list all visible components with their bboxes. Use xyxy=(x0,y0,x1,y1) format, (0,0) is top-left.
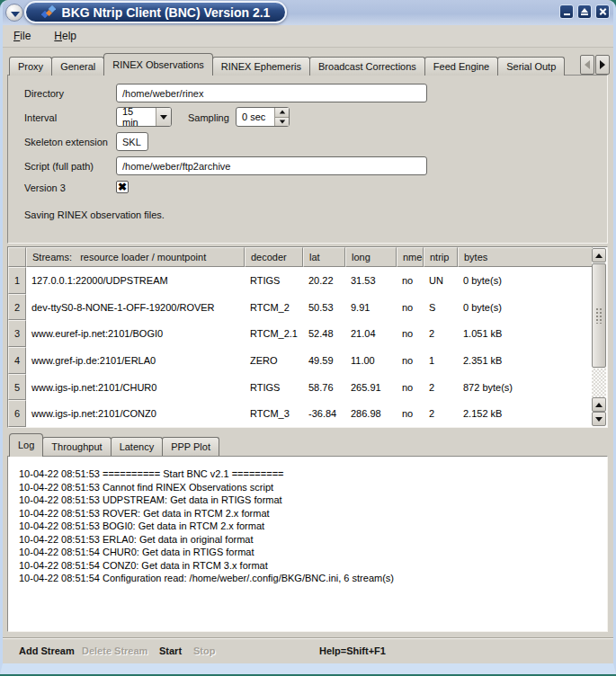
maximize-button[interactable] xyxy=(577,4,592,19)
minimize-button[interactable] xyxy=(559,4,574,19)
cell-decoder: RTIGS xyxy=(245,275,303,286)
table-row[interactable]: 6 www.igs-ip.net:2101/CONZ0 RTCM_3 -36.8… xyxy=(8,400,593,427)
log-line: 10-04-22 08:51:54 CHUR0: Get data in RTI… xyxy=(19,546,607,559)
version3-checkbox[interactable]: ✖ xyxy=(116,181,129,193)
log-line: 10-04-22 08:51:53 Cannot find RINEX Obse… xyxy=(19,481,607,494)
scroll-down-button[interactable] xyxy=(592,412,606,426)
cell-long: 9.91 xyxy=(345,302,397,313)
cell-ntrip: 2 xyxy=(424,382,458,393)
cell-nmea: no xyxy=(397,328,424,339)
titlebar[interactable]: BKG Ntrip Client (BNC) Version 2.1 xyxy=(3,0,613,25)
scrollbar-track[interactable] xyxy=(592,369,606,397)
tab-feed-engine[interactable]: Feed Engine xyxy=(424,57,498,76)
tab-scroll-right-button[interactable] xyxy=(595,55,610,75)
header-long[interactable]: long xyxy=(345,247,397,267)
chevron-down-icon xyxy=(11,12,20,17)
scroll-up-button-bottom[interactable] xyxy=(592,397,606,412)
cell-ntrip: 1 xyxy=(424,355,458,366)
log-line: 10-04-22 08:51:54 CONZ0: Get data in RTC… xyxy=(19,559,607,573)
rinex-observations-panel: Directory Interval 15 min Sampling 0 sec… xyxy=(7,75,608,244)
cell-ntrip: UN xyxy=(424,275,458,286)
toolbar-separator xyxy=(3,637,613,639)
tab-general[interactable]: General xyxy=(51,57,104,76)
skeleton-extension-input[interactable] xyxy=(116,132,148,151)
row-number[interactable]: 6 xyxy=(8,400,26,427)
cell-decoder: ZERO xyxy=(245,355,303,366)
bnc-satellite-icon xyxy=(41,5,56,20)
grip-dots-icon xyxy=(595,307,603,324)
cell-bytes: 2.152 kB xyxy=(458,408,593,419)
tab-log[interactable]: Log xyxy=(9,433,43,457)
tab-broadcast-corrections[interactable]: Broadcast Corrections xyxy=(309,57,425,76)
delete-stream-button[interactable]: Delete Stream xyxy=(82,641,147,661)
cell-mountpoint: www.euref-ip.net:2101/BOGI0 xyxy=(26,328,245,339)
script-path-input[interactable] xyxy=(116,156,427,175)
row-number[interactable]: 1 xyxy=(8,267,26,294)
start-button[interactable]: Start xyxy=(159,641,182,661)
tab-latency[interactable]: Latency xyxy=(111,437,164,456)
tab-proxy[interactable]: Proxy xyxy=(9,57,52,76)
cell-ntrip: 2 xyxy=(424,408,458,419)
tab-serial-output[interactable]: Serial Outp xyxy=(497,57,565,76)
row-number[interactable]: 5 xyxy=(8,374,26,401)
table-scrollbar[interactable] xyxy=(592,248,606,426)
scrollbar-thumb[interactable] xyxy=(592,263,606,368)
log-panel[interactable]: 10-04-22 08:51:53 ========== Start BNC v… xyxy=(7,456,608,632)
directory-input[interactable] xyxy=(116,84,427,102)
cell-long: 286.98 xyxy=(345,408,397,419)
cell-bytes: 872 byte(s) xyxy=(458,382,593,393)
menu-file[interactable]: File xyxy=(13,30,31,42)
row-number[interactable]: 3 xyxy=(8,320,26,347)
table-row[interactable]: 4 www.gref-ip.de:2101/ERLA0 ZERO 49.59 1… xyxy=(8,347,593,374)
tab-scroll-left-button[interactable] xyxy=(580,55,594,75)
cell-ntrip: S xyxy=(424,302,458,313)
header-mountpoint[interactable]: Streams: resource loader / mountpoint xyxy=(26,247,245,267)
table-row[interactable]: 1 127.0.0.1:22000/UDPSTREAM RTIGS 20.22 … xyxy=(8,267,593,294)
tab-throughput[interactable]: Throughput xyxy=(42,437,111,456)
tab-ppp-plot[interactable]: PPP Plot xyxy=(162,437,219,456)
menu-help[interactable]: Help xyxy=(54,30,76,42)
combo-dropdown-button[interactable] xyxy=(156,108,171,126)
tab-rinex-observations[interactable]: RINEX Observations xyxy=(103,53,212,76)
streams-table-header: Streams: resource loader / mountpoint de… xyxy=(8,247,607,267)
scroll-up-button[interactable] xyxy=(592,248,606,262)
arrow-down-icon xyxy=(595,417,603,422)
cell-lat: 20.22 xyxy=(303,275,345,286)
minimize-icon xyxy=(564,13,570,15)
log-line: 10-04-22 08:51:53 ERLA0: Get data in ori… xyxy=(19,533,607,547)
header-nmea[interactable]: nmea xyxy=(397,247,424,267)
header-ntrip[interactable]: ntrip xyxy=(424,247,458,267)
menubar: File Help xyxy=(3,25,613,48)
header-bytes[interactable]: bytes xyxy=(458,247,593,267)
directory-label: Directory xyxy=(24,88,64,99)
cell-long: 265.91 xyxy=(345,382,397,393)
bottom-toolbar: Add Stream Delete Stream Start Stop Help… xyxy=(3,641,613,661)
table-row[interactable]: 3 www.euref-ip.net:2101/BOGI0 RTCM_2.1 5… xyxy=(8,320,593,347)
table-row[interactable]: 2 dev-ttyS0-8-NONE-1-OFF-19200/ROVER RTC… xyxy=(8,294,593,321)
add-stream-button[interactable]: Add Stream xyxy=(19,641,75,661)
row-number[interactable]: 2 xyxy=(8,294,26,321)
tab-rinex-ephemeris[interactable]: RINEX Ephemeris xyxy=(212,57,310,76)
arrow-up-icon xyxy=(279,111,284,114)
row-number[interactable]: 4 xyxy=(8,347,26,374)
cell-long: 21.04 xyxy=(345,328,397,339)
cell-decoder: RTCM_3 xyxy=(245,408,303,419)
sampling-spinbox[interactable]: 0 sec xyxy=(236,107,290,127)
interval-combobox[interactable]: 15 min xyxy=(116,107,172,127)
close-button[interactable] xyxy=(595,4,610,19)
window-menu-button[interactable] xyxy=(5,4,23,22)
window-title: BKG Ntrip Client (BNC) Version 2.1 xyxy=(62,5,271,20)
arrow-right-icon xyxy=(600,60,605,69)
log-tabbar: Log Throughput Latency PPP Plot xyxy=(9,434,219,456)
header-decoder[interactable]: decoder xyxy=(245,247,303,267)
spin-down-button[interactable] xyxy=(275,118,289,127)
interval-value: 15 min xyxy=(117,106,156,128)
interval-label: Interval xyxy=(24,112,57,123)
cell-mountpoint: www.gref-ip.de:2101/ERLA0 xyxy=(26,355,245,366)
table-row[interactable]: 5 www.igs-ip.net:2101/CHUR0 RTIGS 58.76 … xyxy=(8,374,593,401)
header-row-number[interactable] xyxy=(8,247,26,267)
spin-up-button[interactable] xyxy=(275,108,289,118)
stop-button[interactable]: Stop xyxy=(193,641,215,661)
header-lat[interactable]: lat xyxy=(303,247,345,267)
skeleton-extension-label: Skeleton extension xyxy=(24,137,108,147)
